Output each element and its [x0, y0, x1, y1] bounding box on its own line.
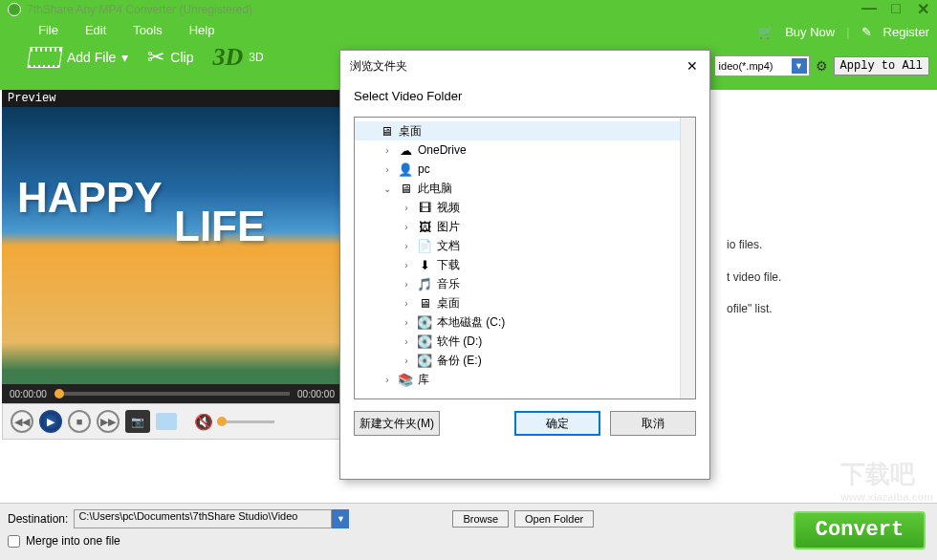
tree-item[interactable]: ›💽备份 (E:) [355, 351, 695, 370]
separator: | [846, 25, 849, 39]
pictures-icon: 🖼 [416, 220, 433, 234]
cancel-button[interactable]: 取消 [610, 411, 696, 436]
expand-icon[interactable]: › [381, 145, 393, 156]
tree-item[interactable]: ›🎞视频 [355, 198, 695, 217]
expand-icon[interactable]: › [381, 375, 393, 385]
hints-text: io files. t video file. ofile" list. [727, 229, 781, 326]
disk-icon: 💽 [416, 315, 433, 330]
3d-icon: 3D [212, 43, 243, 72]
expand-icon[interactable]: › [401, 279, 412, 290]
browse-button[interactable]: Browse [452, 510, 509, 528]
menu-edit[interactable]: Edit [85, 23, 106, 37]
minimize-button[interactable]: — [859, 0, 880, 15]
expand-icon[interactable]: › [401, 260, 412, 270]
tree-item-label: 库 [418, 372, 429, 388]
dialog-close-button[interactable]: ✕ [681, 54, 704, 77]
play-button[interactable]: ▶ [39, 410, 62, 433]
tree-item-label: OneDrive [418, 143, 467, 157]
expand-icon[interactable]: › [401, 241, 412, 251]
open-folder-button[interactable]: Open Folder [514, 510, 594, 528]
tree-item[interactable]: 🖥桌面 [355, 121, 695, 140]
hint-line-3: ofile" list. [727, 293, 781, 326]
film-icon [27, 47, 62, 68]
documents-icon: 📄 [416, 239, 433, 253]
dialog-title: 浏览文件夹 [340, 51, 709, 81]
volume-control: 🔇 [194, 413, 274, 431]
computer-icon: 🖥 [397, 182, 414, 196]
app-title: 7thShare Any MP4 Converter (Unregistered… [27, 3, 252, 16]
buy-now-link[interactable]: Buy Now [785, 25, 835, 39]
close-button[interactable]: ✕ [912, 0, 933, 15]
tree-item[interactable]: ›⬇下载 [355, 255, 695, 274]
maximize-button[interactable]: □ [885, 0, 906, 15]
pen-icon: ✎ [861, 25, 872, 39]
add-file-button[interactable]: Add File ▾ [29, 47, 128, 68]
chevron-down-icon: ▾ [121, 50, 128, 65]
expand-icon[interactable]: › [381, 164, 393, 175]
apply-to-all-button[interactable]: Apply to All [834, 56, 929, 75]
destination-input[interactable]: C:\Users\pc\Documents\7thShare Studio\Vi… [74, 509, 332, 528]
dialog-subtitle: Select Video Folder [340, 81, 709, 117]
expand-icon[interactable]: › [401, 203, 412, 213]
expand-icon[interactable]: › [401, 222, 412, 232]
menu-tools[interactable]: Tools [133, 23, 162, 37]
desktop-icon: 🖥 [378, 124, 395, 139]
profile-row: ideo(*.mp4) ▼ ⚙ Apply to All [714, 55, 929, 76]
expand-icon[interactable]: › [401, 298, 412, 309]
watermark-url: www.xiazaiba.com [840, 491, 933, 503]
convert-button[interactable]: Convert [794, 511, 926, 549]
profile-value: ideo(*.mp4) [719, 60, 774, 72]
3d-button[interactable]: 3D 3D [212, 43, 263, 72]
tree-item[interactable]: ›💽本地磁盘 (C:) [355, 312, 695, 332]
tree-item[interactable]: ›🖼图片 [355, 217, 695, 236]
clip-button[interactable]: ✂ Clip [147, 45, 193, 70]
video-timeline: 00:00:00 00:00:00 [2, 384, 342, 403]
prev-button[interactable]: ◀◀ [11, 410, 33, 433]
tree-item[interactable]: ›📄文档 [355, 236, 695, 255]
menu-help[interactable]: Help [189, 23, 215, 37]
disk-icon: 💽 [416, 354, 433, 368]
tree-item-label: pc [418, 162, 430, 176]
tree-item[interactable]: ›💽软件 (D:) [355, 332, 695, 351]
expand-icon[interactable]: ⌄ [381, 183, 393, 194]
expand-icon[interactable]: › [401, 317, 412, 328]
chevron-down-icon[interactable]: ▼ [332, 509, 349, 528]
tree-item[interactable]: ›👤pc [355, 160, 695, 179]
title-bar: 7thShare Any MP4 Converter (Unregistered… [0, 0, 937, 19]
stop-button[interactable]: ■ [68, 410, 91, 433]
gear-icon[interactable]: ⚙ [816, 58, 828, 74]
snapshot-folder-button[interactable] [156, 413, 177, 430]
onedrive-icon: ☁ [397, 143, 414, 158]
app-icon [8, 3, 21, 16]
tree-item[interactable]: ›🖥桌面 [355, 293, 695, 312]
bottom-bar: Destination: C:\Users\pc\Documents\7thSh… [0, 503, 937, 560]
next-button[interactable]: ▶▶ [97, 410, 120, 433]
time-start: 00:00:00 [10, 389, 47, 399]
top-right-links: 🛒 Buy Now | ✎ Register [758, 25, 929, 39]
videos-icon: 🎞 [416, 201, 433, 215]
menu-file[interactable]: File [38, 23, 58, 37]
tree-item[interactable]: ›🎵音乐 [355, 274, 695, 293]
vertical-scrollbar[interactable] [680, 118, 695, 398]
merge-checkbox[interactable] [8, 535, 20, 548]
profile-select[interactable]: ideo(*.mp4) ▼ [714, 55, 810, 76]
ok-button[interactable]: 确定 [514, 411, 600, 436]
speaker-icon[interactable]: 🔇 [194, 413, 213, 431]
tree-item[interactable]: ⌄🖥此电脑 [355, 179, 695, 198]
expand-icon[interactable]: › [401, 355, 412, 366]
scrubber[interactable] [54, 392, 290, 396]
libraries-icon: 📚 [397, 373, 414, 387]
tree-item[interactable]: ›☁OneDrive [355, 140, 695, 160]
expand-icon[interactable]: › [401, 336, 412, 347]
destination-label: Destination: [8, 512, 68, 526]
tree-item[interactable]: ›📚库 [355, 370, 695, 389]
tree-item-label: 文档 [437, 238, 460, 254]
volume-slider[interactable] [217, 420, 274, 423]
register-link[interactable]: Register [883, 25, 929, 39]
tree-item-label: 图片 [437, 219, 460, 235]
folder-tree: 🖥桌面›☁OneDrive›👤pc⌄🖥此电脑›🎞视频›🖼图片›📄文档›⬇下载›🎵… [354, 117, 696, 399]
cart-icon: 🛒 [758, 25, 774, 39]
snapshot-button[interactable]: 📷 [125, 410, 150, 433]
new-folder-button[interactable]: 新建文件夹(M) [354, 411, 440, 436]
downloads-icon: ⬇ [416, 258, 433, 272]
